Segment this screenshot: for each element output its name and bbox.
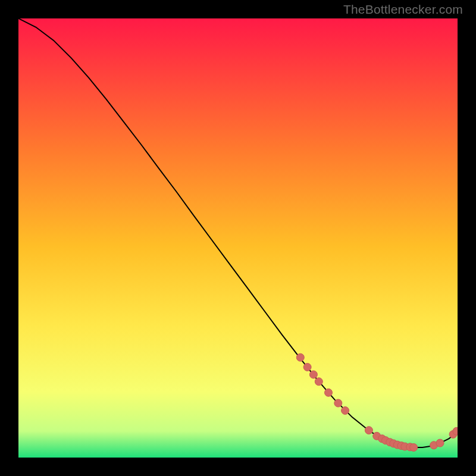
watermark-text: TheBottlenecker.com [343, 2, 463, 17]
data-marker [453, 427, 458, 435]
chart-frame: TheBottlenecker.com [0, 0, 476, 476]
gradient-background [18, 18, 458, 458]
data-marker [296, 353, 304, 361]
data-marker [436, 439, 444, 447]
data-marker [410, 444, 418, 452]
data-marker [315, 378, 322, 386]
chart-svg [18, 18, 458, 458]
data-marker [365, 427, 372, 434]
data-marker [309, 371, 317, 378]
data-marker [342, 407, 349, 415]
plot-area [18, 18, 458, 458]
data-marker [325, 389, 333, 396]
data-marker [334, 399, 342, 407]
data-marker [303, 364, 311, 371]
